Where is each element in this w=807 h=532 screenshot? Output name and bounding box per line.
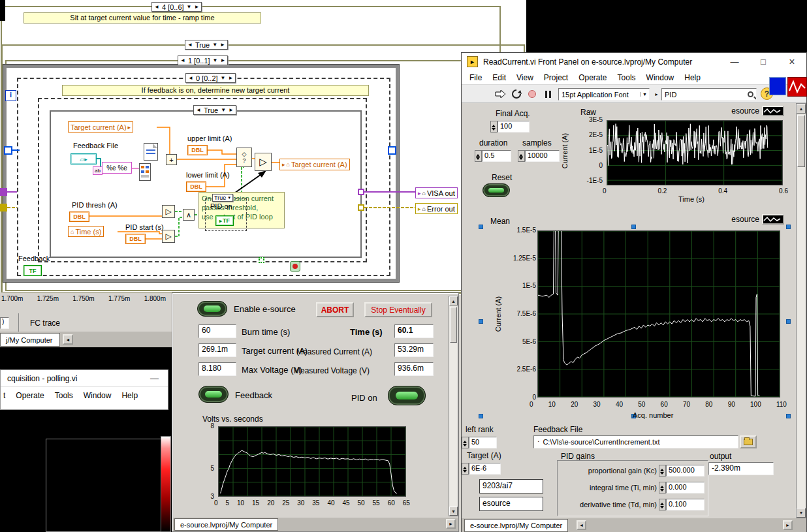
pause-button[interactable] [541, 87, 554, 101]
target-current-input[interactable]: 269.1m [198, 343, 236, 357]
increment-decrement-icons[interactable] [518, 150, 525, 162]
case-next-icon[interactable]: ► [220, 58, 225, 63]
case-prev-icon[interactable]: ◄ [180, 58, 185, 63]
chevron-down-icon[interactable]: ▼ [221, 76, 226, 81]
time-control[interactable]: ⌂ Time (s) [68, 226, 104, 237]
derivative-time-control[interactable]: 0.100 [659, 499, 704, 510]
add-node[interactable]: + [166, 154, 177, 165]
derivative-time-value[interactable]: 0.100 [666, 499, 704, 510]
menu-item[interactable]: Edit [492, 73, 506, 82]
scroll-down-icon[interactable]: ▼ [797, 508, 806, 518]
tab-my-computer[interactable]: j/My Computer [0, 333, 60, 347]
enable-esource-toggle[interactable] [197, 301, 227, 317]
raw-plot[interactable] [607, 120, 783, 185]
target-a-value[interactable]: 6E-6 [469, 463, 501, 475]
case-selector-0[interactable]: ◄ 0 [0..2] ▼ ► [185, 73, 236, 83]
error-out-terminal[interactable]: ▸ ⌂ Error out [415, 203, 458, 214]
minimize-button[interactable]: — [720, 53, 749, 70]
menu-item[interactable]: Help [684, 73, 701, 82]
chevron-down-icon[interactable]: ▼ [227, 195, 231, 200]
array-node-icon[interactable] [139, 163, 151, 181]
vertical-scrollbar[interactable]: ▲ ▼ [796, 103, 806, 518]
case-selector-true[interactable]: ◄ True ▼ ► [185, 40, 228, 50]
tab-scroll-right-icon[interactable]: ► [446, 519, 456, 529]
feedback-file-path-input[interactable]: ᛫ C:\VIs\e-source\CurrentIncrement.txt [533, 435, 738, 448]
intensity-plot-frame[interactable] [46, 439, 161, 532]
abort-execution-button[interactable] [526, 87, 539, 101]
tab-scroll-left-icon[interactable]: ◄ [63, 334, 73, 345]
scroll-up-icon[interactable]: ▲ [797, 104, 806, 114]
mini-case-selector[interactable]: True ▼ [212, 194, 233, 202]
feedback-tf-terminal[interactable]: TF [24, 265, 42, 276]
proportional-gain-value[interactable]: 500.000 [666, 465, 704, 477]
run-continuous-button[interactable] [510, 87, 523, 101]
chevron-down-icon[interactable]: ▼ [640, 92, 649, 97]
plot-style-icon[interactable] [762, 214, 784, 225]
scroll-thumb[interactable] [450, 307, 457, 343]
samples-value[interactable]: 10000 [525, 150, 560, 162]
left-rank-value[interactable]: 50 [469, 437, 497, 448]
menu-item[interactable]: Window [84, 391, 112, 400]
vertical-scrollbar[interactable]: ▲ ▼ [449, 296, 458, 516]
tab-esource-project[interactable]: e-source.lvproj/My Computer [464, 519, 568, 532]
scroll-down-icon[interactable]: ▼ [449, 507, 458, 516]
increment-decrement-icons[interactable] [659, 482, 666, 493]
maximize-button[interactable]: □ [749, 53, 778, 70]
selection-handle[interactable] [786, 225, 791, 229]
case-selector-1[interactable]: ◄ 1 [0..1] ▼ ► [178, 55, 228, 65]
case-selector-4[interactable]: ◄ 4 [0..6] ▼ ► [151, 2, 202, 12]
increment-decrement-icons[interactable] [659, 465, 666, 477]
color-ramp[interactable] [161, 436, 171, 532]
search-icon[interactable] [748, 91, 753, 97]
final-acq-control[interactable]: 100 [490, 121, 530, 133]
target-current-control[interactable]: Target current (A) ▸ [68, 121, 133, 133]
readcurrent-titlebar[interactable]: ► ReadCurrent.vi Front Panel on e-source… [462, 53, 806, 70]
selection-handle[interactable] [479, 414, 483, 418]
case-prev-icon[interactable]: ◄ [188, 76, 193, 81]
menu-item[interactable]: File [469, 73, 482, 82]
path-terminal[interactable]: ▱▸ [71, 153, 97, 164]
tab-scroll-right-icon[interactable]: ► [783, 520, 793, 530]
pid-on-toggle[interactable] [388, 386, 426, 405]
browse-button[interactable] [740, 435, 757, 448]
feedback-toggle[interactable] [198, 386, 229, 403]
case-next-icon[interactable]: ► [220, 42, 225, 48]
mean-plot[interactable] [537, 230, 780, 398]
selection-handle[interactable] [786, 319, 791, 324]
selection-handle[interactable] [786, 414, 791, 418]
duration-control[interactable]: 0.5 [475, 150, 511, 162]
menu-item[interactable]: Project [544, 73, 568, 82]
target-a-control[interactable]: 6E-6 [462, 463, 501, 475]
chevron-down-icon[interactable]: ▼ [187, 5, 192, 10]
chevron-down-icon[interactable]: ▼ [213, 58, 218, 63]
integral-time-control[interactable]: 0.000 [659, 482, 704, 493]
increment-decrement-icons[interactable] [475, 150, 482, 162]
increment-decrement-icons[interactable] [462, 437, 469, 448]
menu-item[interactable]: View [516, 73, 533, 82]
volts-plot[interactable] [218, 426, 406, 497]
increment-decrement-icons[interactable] [462, 463, 469, 475]
floating-scope-window[interactable] [787, 77, 807, 97]
scroll-thumb[interactable] [797, 115, 805, 167]
fc-trace-label[interactable]: FC trace [30, 319, 60, 328]
lower-limit-dbl-terminal[interactable]: DBL [186, 181, 206, 192]
case-selector-inner-true[interactable]: ◄ True ▼ ► [193, 105, 236, 115]
file-node-icon[interactable] [144, 143, 158, 161]
close-button[interactable]: × [778, 53, 806, 70]
greater-than-node-2[interactable]: ▷ [162, 230, 175, 243]
duration-value[interactable]: 0.5 [482, 150, 511, 162]
abort-button[interactable]: ABORT [316, 302, 354, 317]
samples-control[interactable]: 10000 [518, 150, 560, 162]
increment-decrement-icons[interactable] [659, 499, 666, 510]
raw-legend[interactable]: esource [694, 105, 784, 117]
device-channel-field[interactable]: 9203/ai7 [479, 479, 543, 493]
final-acq-value[interactable]: 100 [498, 121, 530, 133]
menu-item[interactable]: Help [121, 391, 138, 400]
selection-handle[interactable] [479, 319, 483, 324]
pid-start-dbl-terminal[interactable]: DBL [125, 234, 146, 244]
stop-eventually-button[interactable]: Stop Eventually [364, 302, 432, 317]
menu-item[interactable]: Window [646, 73, 674, 82]
scroll-up-icon[interactable]: ▲ [449, 296, 458, 305]
polling-titlebar[interactable]: cquisition - polling.vi — [1, 370, 168, 387]
pid-thresh-dbl-terminal[interactable]: DBL [69, 211, 89, 222]
